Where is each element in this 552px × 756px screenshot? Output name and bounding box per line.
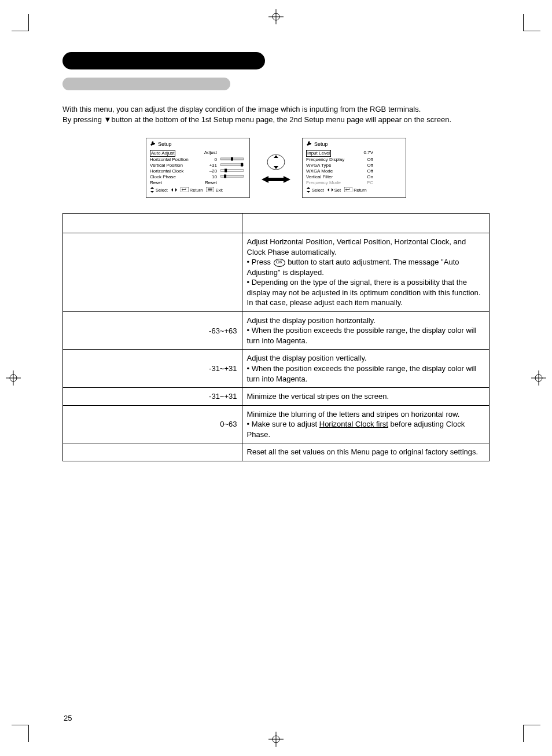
osd-row-slider (377, 157, 402, 163)
registration-mark-left (5, 369, 22, 387)
registration-mark-top (267, 8, 285, 25)
osd-row-slider (220, 174, 246, 180)
osd-row-value: 0 (203, 157, 217, 163)
crop-mark-tl (12, 14, 29, 31)
osd-row-label: WXGA Mode (306, 168, 356, 174)
osd-row-value: 0.7V (359, 150, 373, 157)
osd2-title: Setup (314, 141, 328, 148)
osd-row-value: –20 (203, 168, 217, 174)
osd-row-value: Off (359, 168, 373, 174)
osd1-title-row: Setup (150, 141, 246, 148)
osd-row-value: Off (359, 157, 373, 163)
nav-arrow-block (262, 152, 290, 184)
svg-marker-23 (175, 188, 177, 192)
osd-row-value: PC (359, 180, 373, 186)
osd-row-slider (220, 180, 246, 186)
osd-row-slider (377, 163, 402, 168)
osd-row-value: Reset (203, 180, 217, 186)
svg-marker-22 (171, 188, 173, 192)
table-cell-range: 0~63 (99, 405, 242, 443)
osd-row-slider (377, 180, 402, 186)
svg-rect-18 (220, 175, 244, 177)
section-heading-gray (62, 78, 230, 90)
ok-button-icon: OK (274, 259, 285, 267)
osd-row-label: Reset (150, 180, 200, 186)
osd-setup-page1: Setup Auto AdjustAdjustHorizontal Positi… (146, 138, 250, 198)
svg-marker-36 (332, 188, 333, 192)
svg-rect-19 (224, 174, 226, 178)
return-key-icon (344, 187, 352, 193)
osd-row-label: Horizontal Clock (150, 168, 200, 174)
table-cell-range (99, 443, 242, 461)
osd-row: Frequency ModePC (306, 180, 402, 186)
svg-marker-31 (274, 166, 278, 169)
nav-ellipse-icon (264, 152, 288, 172)
osd-row: Horizontal Clock–20 (150, 168, 246, 174)
crop-mark-br (523, 725, 540, 742)
osd2-title-row: Setup (306, 141, 402, 148)
table-cell-name (63, 443, 100, 461)
table-row: -31~+31Minimize the vertical stripes on … (63, 388, 490, 406)
osd-row: WVGA TypeOff (306, 163, 402, 168)
osd-row-slider (220, 168, 246, 174)
table-cell-desc: Minimize the vertical stripes on the scr… (242, 388, 489, 406)
osd-row-label: Horizontal Position (150, 157, 200, 163)
svg-marker-33 (307, 187, 310, 189)
osd-row: Vertical FilterOn (306, 174, 402, 180)
osd-row-label: Clock Phase (150, 174, 200, 180)
table-cell-name (63, 388, 100, 406)
osd-row: Vertical Position+31 (150, 163, 246, 168)
page-number: 25 (64, 714, 72, 722)
table-cell-range: -63~+63 (99, 311, 242, 350)
osd-row-label: Vertical Filter (306, 174, 356, 180)
table-row: -31~+31Adjust the display position verti… (63, 350, 490, 388)
table-row: 0~63Minimize the blurring of the letters… (63, 405, 490, 443)
osd1-title: Setup (158, 141, 172, 148)
osd-row-value: +31 (203, 163, 217, 168)
osd-row-label: Auto Adjust (150, 150, 200, 157)
osd-row: Auto AdjustAdjust (150, 150, 246, 157)
svg-rect-17 (225, 168, 227, 172)
table-header-right (242, 214, 489, 233)
intro-line2: By pressing ▼button at the bottom of the… (62, 115, 490, 125)
osd-row-slider (220, 157, 246, 163)
registration-mark-bottom (267, 731, 285, 748)
intro-line1: With this menu, you can adjust the displ… (62, 104, 490, 115)
osd-row-slider (220, 163, 246, 168)
table-cell-name (63, 311, 100, 350)
leftright-icon (327, 188, 333, 193)
updown-icon (306, 187, 311, 194)
table-row: Reset all the set values on this Menu pa… (63, 443, 490, 461)
return-key-icon (181, 187, 189, 193)
table-row: -63~+63Adjust the display position horiz… (63, 311, 490, 350)
osd-row-label: Frequency Mode (306, 180, 356, 186)
svg-rect-13 (231, 157, 233, 160)
table-header-left (63, 214, 242, 233)
svg-marker-34 (307, 191, 310, 193)
svg-marker-20 (150, 187, 154, 189)
page-content: With this menu, you can adjust the displ… (62, 52, 490, 461)
osd-row-label: WVGA Type (306, 163, 356, 168)
leftright-icon (171, 188, 177, 193)
osd-row-value: Off (359, 163, 373, 168)
table-cell-desc: Adjust the display position horizontally… (242, 311, 489, 350)
osd-row-slider (377, 174, 402, 180)
osd-row-slider (377, 168, 402, 174)
crop-mark-bl (12, 725, 29, 742)
osd-row-label: Vertical Position (150, 163, 200, 168)
table-cell-range: -31~+31 (99, 350, 242, 388)
section-heading-black (62, 52, 265, 69)
osd-row-slider (377, 150, 402, 157)
osd-row: Frequency DisplayOff (306, 157, 402, 163)
table-cell-desc: Adjust Horizontal Position, Vertical Pos… (242, 233, 489, 312)
osd-row-value: 10 (203, 174, 217, 180)
table-cell-name (63, 350, 100, 388)
down-arrow-icon: ▼ (104, 115, 112, 124)
crop-mark-tr (523, 14, 540, 31)
svg-marker-21 (150, 191, 154, 193)
osd-row-value: On (359, 174, 373, 180)
osd-row: Horizontal Position0 (150, 157, 246, 163)
svg-rect-16 (220, 170, 244, 171)
osd-row: Input Level0.7V (306, 150, 402, 157)
table-cell-desc: Minimize the blurring of the letters and… (242, 405, 489, 443)
